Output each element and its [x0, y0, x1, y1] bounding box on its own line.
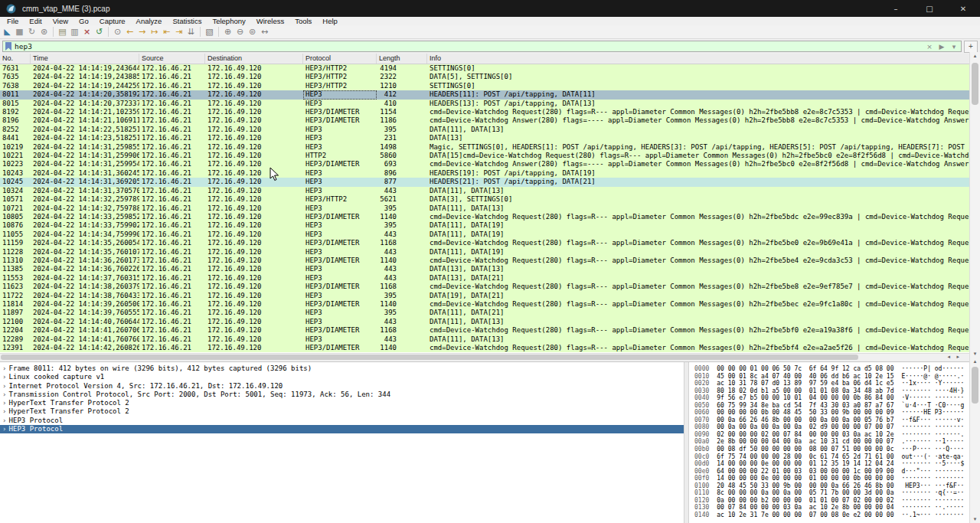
packet-row[interactable]: 76382024-04-22 14:14:19,244259172.16.46.…	[0, 82, 970, 90]
hex-row[interactable]: 00c06f 75 74 00 00 00 28 00 0c 61 74 65 …	[694, 453, 980, 461]
packet-row[interactable]: 122042024-04-22 14:14:41,260706172.16.46…	[0, 326, 970, 335]
hex-row[interactable]: 005060 75 99 34 8e ba cd 54 7f 43 30 03 …	[694, 402, 980, 410]
go-back-icon[interactable]	[124, 26, 136, 38]
packet-row[interactable]: 102452024-04-22 14:14:31,369205172.16.46…	[0, 178, 970, 186]
packet-row[interactable]: 121002024-04-22 14:14:40,760644172.16.46…	[0, 318, 970, 326]
packet-row[interactable]: 118142024-04-22 14:14:39,260500172.16.46…	[0, 300, 970, 309]
detail-tree-row[interactable]: ›HEP3 Protocol	[0, 425, 684, 433]
pane-splitter[interactable]	[684, 362, 689, 523]
column-header-info[interactable]: Info	[427, 54, 970, 64]
minimize-button[interactable]: –	[879, 0, 913, 17]
detail-tree-row[interactable]: ›HEP3 Protocol	[0, 417, 684, 425]
packet-row[interactable]: 102232024-04-22 14:14:31,259954172.16.46…	[0, 160, 970, 168]
filter-bookmark-icon[interactable]	[5, 42, 11, 51]
menu-analyze[interactable]: Analyze	[131, 17, 168, 25]
hex-vscroll-up-arrow-icon[interactable]: ▴	[970, 358, 980, 364]
packet-row[interactable]: 108762024-04-22 14:14:33,759902172.16.46…	[0, 221, 970, 230]
hex-row[interactable]: 00f014 00 00 00 0e 00 00 00 01 00 00 00 …	[694, 475, 980, 482]
detail-tree-row[interactable]: ›Transmission Control Protocol, Src Port…	[0, 391, 684, 399]
vscroll-up-arrow-icon[interactable]: ▴	[970, 53, 980, 59]
packet-list-hscrollbar[interactable]: ◂ ▸	[0, 353, 970, 361]
hex-row[interactable]: 007000 0a 66 26 46 8b 00 00 00 0a 00 0a …	[694, 417, 980, 424]
detail-tree-row[interactable]: ›Internet Protocol Version 4, Src: 172.1…	[0, 382, 684, 391]
menu-go[interactable]: Go	[74, 17, 94, 25]
hex-row[interactable]: 00409f 56 e7 b5 00 00 10 01 04 00 00 00 …	[694, 394, 980, 402]
packet-row[interactable]: 105712024-04-22 14:14:32,259789172.16.46…	[0, 195, 970, 204]
packet-row[interactable]: 102432024-04-22 14:14:31,360245172.16.46…	[0, 169, 970, 178]
packet-row[interactable]: 108052024-04-22 14:14:33,259852172.16.46…	[0, 213, 970, 221]
packet-row[interactable]: 103242024-04-22 14:14:31,370570172.16.46…	[0, 187, 970, 195]
hscroll-right-arrow-icon[interactable]: ▸	[956, 354, 959, 361]
expand-arrow-icon[interactable]: ›	[3, 417, 6, 424]
hex-row[interactable]: 000000 00 00 01 00 06 50 7c 6f 64 9f 12 …	[694, 365, 980, 373]
column-header-length[interactable]: Length	[377, 54, 427, 64]
packet-row[interactable]: 122892024-04-22 14:14:41,760760172.16.46…	[0, 335, 970, 344]
capture-options-icon[interactable]	[38, 26, 50, 38]
packet-row[interactable]: 80152024-04-22 14:14:20,372337172.16.46.…	[0, 100, 970, 108]
hex-vscroll-down-arrow-icon[interactable]: ▾	[970, 516, 980, 522]
packet-row[interactable]: 102212024-04-22 14:14:31,259906172.16.46…	[0, 152, 970, 160]
zoom-normal-icon[interactable]	[247, 26, 258, 38]
packet-row[interactable]: 123912024-04-22 14:14:42,260826172.16.46…	[0, 344, 970, 352]
packet-row[interactable]: 115532024-04-22 14:14:37,760315172.16.46…	[0, 274, 970, 283]
hex-row[interactable]: 008000 0a 00 0a 00 0a 00 0a 02 d9 00 00 …	[694, 423, 980, 431]
column-header-time[interactable]: Time	[31, 54, 139, 64]
hex-pane-vscrollbar[interactable]: ▴ ▾	[969, 358, 980, 523]
column-header-protocol[interactable]: Protocol	[303, 54, 377, 64]
packet-row[interactable]: 113852024-04-22 14:14:36,760226172.16.46…	[0, 265, 970, 273]
column-header-no[interactable]: No.	[0, 54, 31, 64]
hex-row[interactable]: 003080 18 02 0d b1 a5 00 00 01 01 08 0a …	[694, 387, 980, 395]
packet-row[interactable]: 84412024-04-22 14:14:23,518251172.16.46.…	[0, 134, 970, 142]
packet-row[interactable]: 113102024-04-22 14:14:36,260173172.16.46…	[0, 257, 970, 265]
filter-apply-icon[interactable]: ▶	[937, 43, 946, 51]
last-packet-icon[interactable]	[173, 26, 185, 38]
find-packet-icon[interactable]	[112, 26, 123, 38]
detail-tree-row[interactable]: ›Frame 8011: 412 bytes on wire (3296 bit…	[0, 364, 684, 373]
reload-file-icon[interactable]	[93, 26, 105, 38]
maximize-button[interactable]: □	[913, 0, 946, 17]
hex-vscroll-thumb[interactable]	[972, 367, 978, 404]
hex-row[interactable]: 010020 48 45 50 33 00 9b 00 00 00 0a 66 …	[694, 482, 980, 490]
packet-row[interactable]: 116232024-04-22 14:14:38,260379172.16.46…	[0, 283, 970, 291]
auto-scroll-icon[interactable]	[185, 26, 197, 38]
hex-row[interactable]: 013000 07 84 00 00 00 03 0a ac 10 2e 8b …	[694, 504, 980, 512]
expand-arrow-icon[interactable]: ›	[3, 364, 6, 372]
detail-tree-row[interactable]: ›Linux cooked capture v1	[0, 373, 684, 381]
zoom-in-icon[interactable]	[222, 26, 234, 38]
hscroll-left-arrow-icon[interactable]: ◂	[947, 354, 950, 361]
expand-arrow-icon[interactable]: ›	[3, 399, 6, 407]
menu-file[interactable]: File	[2, 17, 24, 25]
hscroll-thumb[interactable]	[1, 355, 858, 360]
start-capture-icon[interactable]	[2, 26, 13, 38]
menu-edit[interactable]: Edit	[24, 17, 47, 25]
expand-arrow-icon[interactable]: ›	[3, 391, 6, 398]
vscroll-thumb[interactable]	[972, 63, 978, 105]
filter-dropdown-icon[interactable]: ▾	[949, 43, 959, 51]
hex-row[interactable]: 01108c 00 00 00 0a 00 0a 00 05 71 7b 00 …	[694, 489, 980, 497]
filter-clear-icon[interactable]: ×	[925, 43, 934, 51]
hex-row[interactable]: 0020ac 10 31 78 07 d0 13 89 97 59 e4 ba …	[694, 380, 980, 387]
packet-list-vscrollbar[interactable]: ▴ ▾	[969, 52, 980, 358]
resize-columns-icon[interactable]	[259, 26, 270, 38]
column-header-destination[interactable]: Destination	[205, 54, 303, 64]
expand-arrow-icon[interactable]: ›	[3, 425, 6, 433]
expand-arrow-icon[interactable]: ›	[3, 373, 6, 381]
filter-value[interactable]: hep3	[15, 41, 922, 51]
hex-row[interactable]: 00b000 08 df 50 00 00 00 00 08 00 07 51 …	[694, 446, 980, 453]
packet-row[interactable]: 81962024-04-22 14:14:21,106911172.16.46.…	[0, 116, 970, 125]
column-header-source[interactable]: Source	[139, 54, 205, 64]
packet-row[interactable]: 82522024-04-22 14:14:22,518251172.16.46.…	[0, 126, 970, 134]
packet-row[interactable]: 81922024-04-22 14:14:21,102359172.16.46.…	[0, 108, 970, 116]
packet-row[interactable]: 117222024-04-22 14:14:38,760433172.16.46…	[0, 292, 970, 300]
vscroll-down-arrow-icon[interactable]: ▾	[970, 351, 980, 357]
expand-arrow-icon[interactable]: ›	[3, 407, 6, 415]
hex-row[interactable]: 00e064 00 00 00 22 01 00 03 03 00 00 00 …	[694, 468, 980, 476]
packet-row[interactable]: 118972024-04-22 14:14:39,760555172.16.46…	[0, 309, 970, 317]
open-file-icon[interactable]	[57, 26, 68, 38]
zoom-out-icon[interactable]	[234, 26, 246, 38]
expand-arrow-icon[interactable]: ›	[3, 382, 6, 390]
hex-row[interactable]: 00d014 00 00 00 0e 00 00 00 01 12 35 19 …	[694, 460, 980, 468]
menu-telephony[interactable]: Telephony	[207, 17, 250, 25]
packet-row[interactable]: 76312024-04-22 14:14:19,243644172.16.46.…	[0, 64, 970, 73]
colorize-packets-icon[interactable]	[204, 26, 215, 38]
